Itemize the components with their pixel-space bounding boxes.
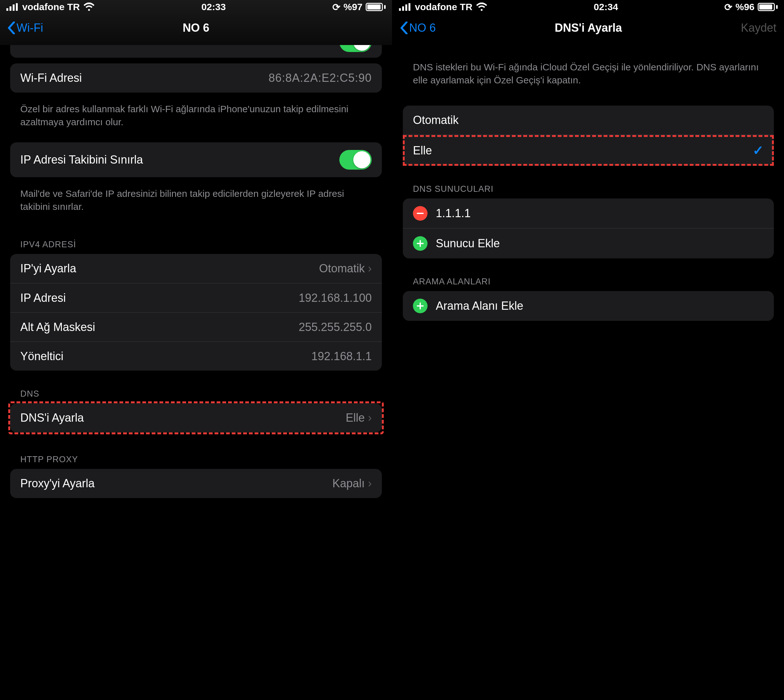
svg-rect-8 <box>417 213 424 214</box>
ip-address-row: IP Adresi 192.168.1.100 <box>10 283 382 312</box>
save-button[interactable]: Kaydet <box>741 21 776 35</box>
remove-server-button[interactable] <box>413 206 427 221</box>
screen-dns-configure: vodafone TR 02:34 ⟳ %96 NO 6 DNS'i Ayarl… <box>392 0 784 700</box>
wifi-address-footer: Özel bir adres kullanmak farklı Wi-Fi ağ… <box>10 98 382 142</box>
subnet-mask-label: Alt Ağ Maskesi <box>20 320 95 334</box>
battery-percent: %97 <box>344 2 362 12</box>
svg-rect-1 <box>10 6 12 11</box>
battery-percent: %96 <box>736 2 754 12</box>
dns-mode-manual-label: Elle <box>413 144 432 157</box>
svg-rect-2 <box>13 5 15 11</box>
svg-rect-10 <box>417 243 424 244</box>
checkmark-icon: ✓ <box>752 143 764 158</box>
wifi-address-row: Wi-Fi Adresi 86:8A:2A:E2:C5:90 <box>10 63 382 93</box>
wifi-icon <box>83 3 95 12</box>
ip-address-value: 192.168.1.100 <box>299 292 372 305</box>
configure-ip-label: IP'yi Ayarla <box>20 262 76 275</box>
add-server-button[interactable] <box>413 236 427 251</box>
add-server-label: Sunucu Ekle <box>436 237 500 250</box>
plus-icon <box>417 302 424 309</box>
orientation-lock-icon: ⟳ <box>724 2 732 13</box>
add-search-domain-row[interactable]: Arama Alanı Ekle <box>403 291 774 321</box>
status-bar: vodafone TR 02:34 ⟳ %96 <box>393 0 784 14</box>
svg-rect-7 <box>409 3 410 11</box>
cellular-signal-icon <box>399 3 412 11</box>
router-value: 192.168.1.1 <box>312 350 372 363</box>
cellular-signal-icon <box>6 3 19 11</box>
chevron-left-icon <box>400 22 408 34</box>
dns-server-value: 1.1.1.1 <box>436 207 470 220</box>
chevron-right-icon: › <box>368 411 372 425</box>
configure-ip-value: Otomatik <box>319 262 365 275</box>
back-button[interactable]: NO 6 <box>400 21 436 35</box>
chevron-right-icon: › <box>368 262 372 275</box>
configure-dns-value: Elle <box>346 411 365 425</box>
limit-ip-toggle[interactable] <box>339 150 372 170</box>
wifi-address-value: 86:8A:2A:E2:C5:90 <box>269 71 372 85</box>
private-address-toggle-partial[interactable] <box>10 45 382 58</box>
back-label: Wi-Fi <box>17 21 43 35</box>
svg-rect-5 <box>402 6 404 11</box>
svg-rect-12 <box>417 305 424 307</box>
clock: 02:34 <box>594 2 618 12</box>
configure-dns-row[interactable]: DNS'i Ayarla Elle› <box>10 403 382 432</box>
nav-bar: Wi-Fi NO 6 <box>0 14 392 42</box>
carrier-label: vodafone TR <box>22 2 80 12</box>
plus-icon <box>417 240 424 247</box>
search-domains-header: ARAMA ALANLARI <box>403 264 774 291</box>
screen-wifi-details: vodafone TR 02:33 ⟳ %97 Wi-Fi NO 6 <box>0 0 392 700</box>
battery-icon <box>758 3 778 11</box>
minus-icon <box>417 213 424 214</box>
configure-proxy-value: Kapalı <box>332 477 365 490</box>
ip-address-label: IP Adresi <box>20 292 66 305</box>
wifi-icon <box>476 3 487 12</box>
subnet-mask-value: 255.255.255.0 <box>299 320 372 334</box>
dns-mode-auto-label: Otomatik <box>413 113 459 127</box>
page-title: DNS'i Ayarla <box>555 21 622 35</box>
chevron-right-icon: › <box>368 477 372 490</box>
wifi-address-label: Wi-Fi Adresi <box>20 71 82 85</box>
chevron-left-icon <box>8 22 15 34</box>
page-title: NO 6 <box>183 21 209 35</box>
battery-icon <box>366 3 386 11</box>
subnet-mask-row: Alt Ağ Maskesi 255.255.255.0 <box>10 312 382 342</box>
back-button[interactable]: Wi-Fi <box>8 21 43 35</box>
limit-ip-footer: Mail'de ve Safari'de IP adresinizi bilin… <box>10 183 382 227</box>
limit-ip-label: IP Adresi Takibini Sınırla <box>20 153 143 167</box>
carrier-label: vodafone TR <box>415 2 472 12</box>
add-server-row[interactable]: Sunucu Ekle <box>403 228 774 258</box>
nav-bar: NO 6 DNS'i Ayarla Kaydet <box>393 14 784 42</box>
svg-rect-3 <box>16 3 18 11</box>
configure-dns-label: DNS'i Ayarla <box>20 411 84 425</box>
dns-servers-header: DNS SUNUCULARI <box>403 172 774 198</box>
clock: 02:33 <box>202 2 226 12</box>
add-search-domain-button[interactable] <box>413 298 427 313</box>
dns-header: DNS <box>10 376 382 403</box>
orientation-lock-icon: ⟳ <box>332 2 340 13</box>
router-row: Yöneltici 192.168.1.1 <box>10 342 382 371</box>
svg-rect-6 <box>405 5 407 11</box>
dns-configure-highlight: DNS'i Ayarla Elle› <box>10 403 382 432</box>
dns-server-row[interactable]: 1.1.1.1 <box>403 198 774 228</box>
router-label: Yöneltici <box>20 350 63 363</box>
svg-rect-4 <box>399 8 401 11</box>
proxy-header: HTTP PROXY <box>10 432 382 469</box>
svg-rect-0 <box>6 8 8 11</box>
dns-mode-auto-row[interactable]: Otomatik <box>403 105 774 135</box>
back-label: NO 6 <box>409 21 436 35</box>
configure-proxy-label: Proxy'yi Ayarla <box>20 477 95 490</box>
status-bar: vodafone TR 02:33 ⟳ %97 <box>0 0 392 14</box>
configure-proxy-row[interactable]: Proxy'yi Ayarla Kapalı› <box>10 469 382 498</box>
dns-private-relay-info: DNS istekleri bu Wi-Fi ağında iCloud Öze… <box>403 42 774 105</box>
limit-ip-tracking-row[interactable]: IP Adresi Takibini Sınırla <box>10 142 382 177</box>
dns-mode-manual-row[interactable]: Elle ✓ <box>403 135 774 166</box>
add-search-domain-label: Arama Alanı Ekle <box>436 299 523 313</box>
configure-ip-row[interactable]: IP'yi Ayarla Otomatik› <box>10 254 382 283</box>
ipv4-header: IPV4 ADRESİ <box>10 227 382 254</box>
